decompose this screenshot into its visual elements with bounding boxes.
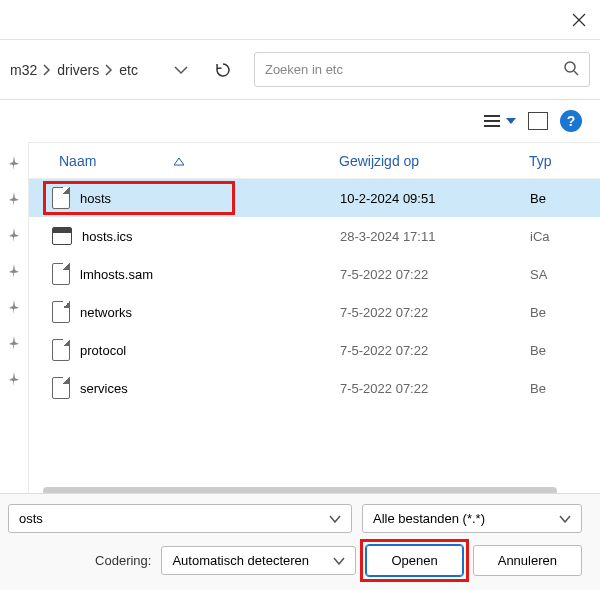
cancel-button[interactable]: Annuleren [473, 545, 582, 576]
file-name: protocol [80, 343, 126, 358]
sort-asc-icon [174, 153, 184, 169]
file-name: services [80, 381, 128, 396]
file-icon [52, 263, 70, 285]
preview-pane-toggle[interactable] [528, 112, 548, 130]
file-row[interactable]: services7-5-2022 07:22Be [29, 369, 600, 407]
file-type: Be [530, 191, 599, 206]
bottom-panel: osts Alle bestanden (*.*) Codering: Auto… [0, 493, 600, 590]
file-list: Naam Gewijzigd op Typ hosts10-2-2024 09:… [28, 142, 600, 495]
filename-combo[interactable]: osts [8, 504, 352, 533]
file-type: iCa [530, 229, 599, 244]
close-icon[interactable] [572, 13, 586, 27]
file-modified: 7-5-2022 07:22 [340, 267, 530, 282]
search-box[interactable] [254, 52, 590, 87]
svg-line-3 [574, 71, 578, 75]
file-type: Be [530, 381, 599, 396]
file-name: hosts.ics [82, 229, 133, 244]
refresh-icon[interactable] [210, 57, 236, 83]
breadcrumb[interactable]: m32 drivers etc [10, 62, 188, 78]
file-name: lmhosts.sam [80, 267, 153, 282]
open-button[interactable]: Openen [366, 545, 462, 576]
file-modified: 10-2-2024 09:51 [340, 191, 530, 206]
file-type: Be [530, 305, 599, 320]
calendar-file-icon [52, 227, 72, 245]
file-icon [52, 187, 70, 209]
file-name: networks [80, 305, 132, 320]
file-icon [52, 377, 70, 399]
view-menu-icon[interactable] [482, 114, 516, 128]
pin-icon[interactable] [8, 156, 20, 170]
help-icon[interactable]: ? [560, 110, 582, 132]
pin-icon[interactable] [8, 228, 20, 242]
pin-icon[interactable] [8, 336, 20, 350]
breadcrumb-item[interactable]: drivers [57, 62, 99, 78]
chevron-down-icon[interactable] [333, 553, 345, 568]
arrow-down-icon [506, 117, 516, 125]
file-icon [52, 301, 70, 323]
quick-access-pins [0, 142, 28, 495]
chevron-down-icon[interactable] [559, 511, 571, 526]
filter-value: Alle bestanden (*.*) [373, 511, 485, 526]
file-modified: 7-5-2022 07:22 [340, 305, 530, 320]
main: Naam Gewijzigd op Typ hosts10-2-2024 09:… [0, 142, 600, 495]
file-row[interactable]: lmhosts.sam7-5-2022 07:22SA [29, 255, 600, 293]
svg-point-2 [565, 62, 575, 72]
titlebar [0, 0, 600, 40]
breadcrumb-item[interactable]: m32 [10, 62, 37, 78]
pin-icon[interactable] [8, 300, 20, 314]
file-type: Be [530, 343, 599, 358]
search-icon[interactable] [563, 60, 579, 79]
chevron-right-icon [43, 64, 51, 76]
chevron-down-icon[interactable] [174, 65, 188, 75]
column-headers[interactable]: Naam Gewijzigd op Typ [29, 143, 600, 179]
file-row[interactable]: hosts.ics28-3-2024 17:11iCa [29, 217, 600, 255]
col-modified-header[interactable]: Gewijzigd op [339, 153, 529, 169]
file-row[interactable]: protocol7-5-2022 07:22Be [29, 331, 600, 369]
navbar: m32 drivers etc [0, 40, 600, 100]
file-icon [52, 339, 70, 361]
file-row[interactable]: hosts10-2-2024 09:51Be [29, 179, 600, 217]
filename-value: osts [19, 511, 43, 526]
encoding-label: Codering: [95, 553, 151, 568]
col-name-header[interactable]: Naam [59, 153, 96, 169]
pin-icon[interactable] [8, 372, 20, 386]
col-type-header[interactable]: Typ [529, 153, 600, 169]
encoding-combo[interactable]: Automatisch detecteren [161, 546, 356, 575]
encoding-value: Automatisch detecteren [172, 553, 309, 568]
pin-icon[interactable] [8, 192, 20, 206]
breadcrumb-item[interactable]: etc [119, 62, 138, 78]
filter-combo[interactable]: Alle bestanden (*.*) [362, 504, 582, 533]
file-modified: 7-5-2022 07:22 [340, 343, 530, 358]
chevron-right-icon [105, 64, 113, 76]
file-type: SA [530, 267, 599, 282]
file-modified: 28-3-2024 17:11 [340, 229, 530, 244]
search-input[interactable] [265, 62, 555, 77]
file-name: hosts [80, 191, 111, 206]
chevron-down-icon[interactable] [329, 511, 341, 526]
toolbar: ? [0, 100, 600, 142]
file-row[interactable]: networks7-5-2022 07:22Be [29, 293, 600, 331]
pin-icon[interactable] [8, 264, 20, 278]
file-modified: 7-5-2022 07:22 [340, 381, 530, 396]
